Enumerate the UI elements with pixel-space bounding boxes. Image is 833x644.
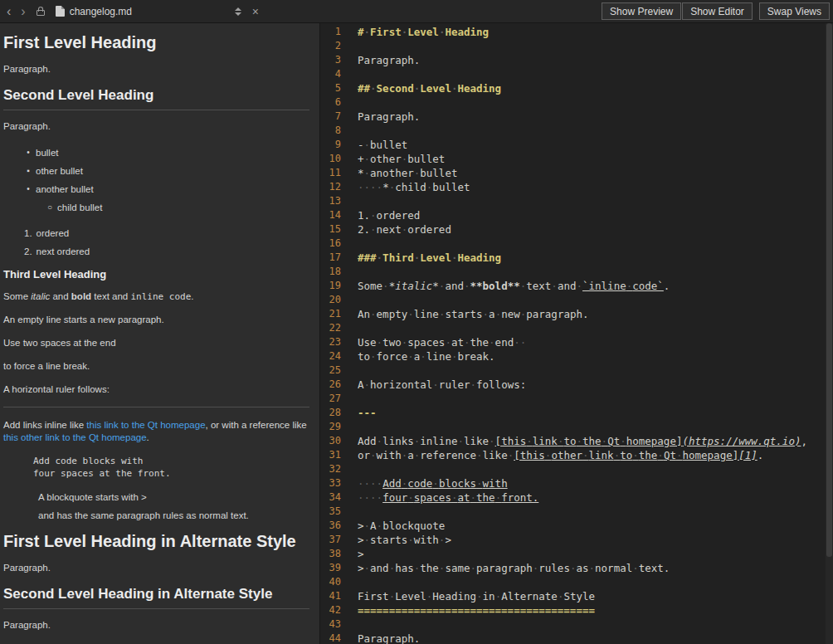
editor-line[interactable]: 43 — [320, 617, 833, 632]
line-number: 28 — [320, 406, 347, 420]
editor-scrollbar[interactable] — [826, 23, 833, 644]
editor-line[interactable]: 29 — [320, 420, 833, 434]
list-item: 2.next ordered — [3, 242, 309, 261]
editor-line[interactable]: 4 — [320, 67, 833, 81]
editor-line[interactable]: 40 — [320, 575, 833, 589]
line-content — [347, 237, 358, 251]
forward-icon[interactable]: › — [16, 1, 30, 22]
filename[interactable]: changelog.md — [70, 6, 132, 17]
scrollbar-thumb[interactable] — [826, 23, 832, 557]
list-item: •bullet — [3, 144, 309, 162]
editor-line[interactable]: 42====================================== — [320, 603, 833, 617]
editor-line[interactable]: 38> — [320, 547, 833, 561]
editor-line[interactable]: 34····four·spaces·at·the·front. — [320, 490, 833, 505]
line-content — [347, 575, 358, 589]
editor-line[interactable]: 33····Add·code·blocks·with — [320, 476, 833, 490]
show-editor-button[interactable]: Show Editor — [682, 2, 753, 20]
editor-line[interactable]: 28--- — [320, 406, 833, 420]
editor-line[interactable]: 26A·horizontal·ruler·follows: — [320, 378, 833, 392]
document-dropdown-icon[interactable] — [231, 7, 246, 16]
preview-link[interactable]: this link to the Qt homepage — [86, 420, 205, 430]
editor-line[interactable]: 16 — [320, 237, 833, 251]
code-line: four spaces at the front. — [33, 467, 309, 480]
token-link: [this·link·to·the·Qt·homepage] — [495, 435, 683, 447]
list-item-text: other bullet — [36, 162, 83, 180]
preview-paragraph: An empty line starts a new paragraph. — [3, 314, 309, 326]
editor-line[interactable]: 1#·First·Level·Heading — [320, 25, 833, 39]
editor-line[interactable]: 32 — [320, 462, 833, 476]
swap-views-button[interactable]: Swap Views — [759, 2, 830, 20]
editor-line[interactable]: 41First·Level·Heading·in·Alternate·Style — [320, 589, 833, 603]
editor-line[interactable]: 5##·Second·Level·Heading — [320, 81, 833, 95]
line-number: 25 — [320, 363, 347, 378]
editor-line[interactable]: 21An·empty·line·starts·a·new·paragraph. — [320, 307, 833, 321]
split-view: First Level HeadingParagraph.Second Leve… — [0, 23, 833, 644]
editor-line[interactable]: 24to·force·a·line·break. — [320, 349, 833, 363]
preview-horizontal-rule — [3, 407, 309, 407]
editor-line[interactable]: 31or·with·a·reference·like·[this·other·l… — [320, 448, 833, 462]
editor-line[interactable]: 9-·bullet — [320, 138, 833, 152]
token-t: ···· — [358, 491, 382, 504]
editor-line[interactable]: 7Paragraph. — [320, 110, 833, 124]
text-run: Add links inline like — [3, 420, 86, 430]
list-item: ○child bullet — [3, 198, 309, 217]
editor-line[interactable]: 20 — [320, 293, 833, 307]
line-number: 35 — [320, 505, 347, 519]
line-content: Paragraph. — [347, 53, 420, 67]
preview-link[interactable]: this other link to the Qt homepage — [3, 432, 147, 442]
editor-line[interactable]: 22 — [320, 321, 833, 335]
editor-line[interactable]: 6 — [320, 95, 833, 110]
list-number: 2. — [24, 242, 32, 261]
token-t: Use·two·spaces·at·the·end·· — [358, 336, 526, 349]
line-number: 22 — [320, 321, 347, 335]
token-t: -·bullet — [358, 139, 407, 151]
editor-line[interactable]: 19Some·*italic*·and·**bold**·text·and·`i… — [320, 279, 833, 293]
editor-line[interactable]: 27 — [320, 392, 833, 406]
preview-code-block: Add code blocks withfour spaces at the f… — [33, 455, 309, 480]
editor-line[interactable]: 17###·Third·Level·Heading — [320, 251, 833, 265]
editor-line[interactable]: 152.·next·ordered — [320, 222, 833, 237]
line-number: 6 — [320, 95, 347, 110]
editor-line[interactable]: 37>·starts·with·> — [320, 533, 833, 547]
line-content: ····Add·code·blocks·with — [347, 476, 508, 490]
line-number: 11 — [320, 166, 347, 180]
preview-paragraph: Paragraph. — [3, 120, 309, 133]
editor-line[interactable]: 12····*·child·bullet — [320, 180, 833, 194]
line-number: 27 — [320, 392, 347, 406]
editor-line[interactable]: 36>·A·blockquote — [320, 519, 833, 533]
editor-toolbar: ‹ › changelog.md × Show Preview Show Edi… — [0, 0, 833, 23]
editor-line[interactable]: 10+·other·bullet — [320, 152, 833, 166]
close-icon[interactable]: × — [246, 1, 265, 22]
editor-line[interactable]: 30Add·links·inline·like·[this·link·to·th… — [320, 434, 833, 448]
line-number: 44 — [320, 632, 347, 644]
line-number: 36 — [320, 519, 347, 533]
line-content — [347, 67, 358, 81]
back-icon[interactable]: ‹ — [2, 1, 16, 22]
line-content: ····four·spaces·at·the·front. — [347, 490, 538, 505]
line-number: 39 — [320, 561, 347, 575]
editor-line[interactable]: 8 — [320, 124, 833, 138]
editor-line[interactable]: 3Paragraph. — [320, 53, 833, 67]
markdown-editor-window: ‹ › changelog.md × Show Preview Show Edi… — [0, 0, 833, 644]
line-number: 41 — [320, 589, 347, 603]
token-t: Paragraph. — [358, 54, 420, 66]
editor-line[interactable]: 44Paragraph. — [320, 632, 833, 644]
editor-line[interactable]: 13 — [320, 194, 833, 208]
markdown-source-editor[interactable]: 1#·First·Level·Heading23Paragraph.45##·S… — [320, 23, 833, 644]
editor-line[interactable]: 2 — [320, 39, 833, 53]
editor-line[interactable]: 18 — [320, 265, 833, 279]
editor-line[interactable]: 25 — [320, 363, 833, 378]
editor-line[interactable]: 23Use·two·spaces·at·the·end·· — [320, 335, 833, 349]
editor-line[interactable]: 141.·ordered — [320, 208, 833, 222]
line-number: 33 — [320, 476, 347, 490]
editor-line[interactable]: 35 — [320, 505, 833, 519]
editor-line[interactable]: 39>·and·has·the·same·paragraph·rules·as·… — [320, 561, 833, 575]
show-preview-button[interactable]: Show Preview — [602, 2, 681, 20]
token-t: 2.·next·ordered — [358, 223, 451, 236]
line-number: 18 — [320, 265, 347, 279]
preview-heading-h3: Third Level Heading — [3, 268, 309, 281]
lock-icon[interactable] — [37, 10, 45, 16]
token-code: Add·code·blocks·with — [382, 477, 508, 490]
line-content: *·another·bullet — [347, 166, 457, 180]
editor-line[interactable]: 11*·another·bullet — [320, 166, 833, 180]
